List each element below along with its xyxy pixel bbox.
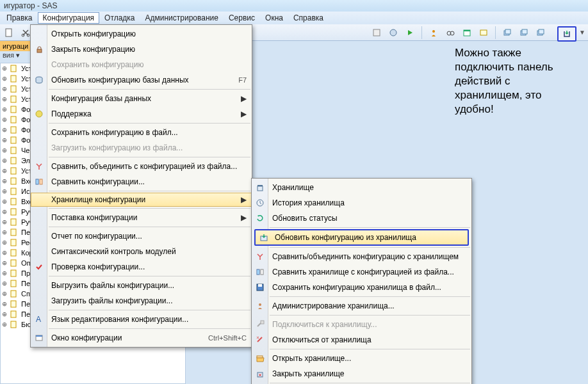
submenu-item[interactable]: Администрирование хранилища... bbox=[252, 298, 471, 314]
menu-item-label: Синтаксический контроль модулей bbox=[51, 247, 247, 256]
menu-item[interactable]: Открыть конфигурацию bbox=[31, 26, 252, 42]
update-icon bbox=[259, 232, 269, 243]
tool-icon[interactable] bbox=[387, 26, 400, 39]
check-icon bbox=[34, 262, 44, 272]
submenu-item[interactable]: Сравнить хранилище с конфигурацией из фа… bbox=[252, 264, 471, 280]
window-icon[interactable] bbox=[477, 26, 490, 39]
submenu-item: Подключиться к хранилищу... bbox=[252, 317, 471, 332]
submenu-item[interactable]: Сохранить конфигурацию хранилища в файл.… bbox=[252, 280, 471, 295]
menu-item-label: Загрузить файлы конфигурации... bbox=[51, 296, 247, 305]
calendar-icon[interactable] bbox=[461, 26, 473, 39]
binoc-icon[interactable] bbox=[444, 26, 457, 39]
menu-item[interactable]: Синтаксический контроль модулей bbox=[31, 244, 252, 259]
menubar-item[interactable]: Администрирование bbox=[140, 12, 224, 24]
menu-item-label: Закрыть конфигурацию bbox=[51, 45, 247, 54]
svg-rect-58 bbox=[258, 284, 262, 287]
svg-rect-21 bbox=[11, 106, 16, 113]
svg-point-59 bbox=[259, 303, 261, 306]
submenu-item[interactable]: Открыть хранилище... bbox=[252, 351, 471, 366]
menubar-item[interactable]: Конфигурация bbox=[38, 12, 100, 24]
svg-rect-39 bbox=[11, 291, 16, 297]
tool-icon[interactable] bbox=[370, 26, 383, 39]
stack-icon[interactable] bbox=[534, 26, 547, 39]
window-titlebar: игуратор - SAS bbox=[0, 0, 588, 12]
menubar-item[interactable]: Правка bbox=[1, 12, 38, 24]
svg-rect-3 bbox=[373, 29, 380, 36]
menu-item[interactable]: Поддержка▶ bbox=[31, 106, 252, 122]
svg-rect-10 bbox=[480, 30, 487, 35]
doc-icon bbox=[10, 228, 19, 237]
menu-item-label: Выгрузить файлы конфигурации... bbox=[51, 281, 247, 290]
menu-item[interactable]: Сравнить конфигурации... bbox=[31, 174, 252, 189]
svg-rect-29 bbox=[11, 188, 16, 195]
menubar-item[interactable]: Окна bbox=[260, 12, 288, 24]
menubar-item[interactable]: Сервис bbox=[224, 12, 260, 24]
chevron-right-icon: ▶ bbox=[241, 213, 247, 222]
win-icon bbox=[34, 333, 44, 343]
merge-icon bbox=[255, 252, 265, 262]
svg-rect-18 bbox=[11, 76, 16, 82]
person-icon[interactable] bbox=[427, 26, 440, 39]
submenu-item[interactable]: Отключиться от хранилища bbox=[252, 332, 471, 348]
menu-item-label: Сохранить конфигурацию bbox=[51, 60, 247, 69]
menu-item[interactable]: Конфигурация базы данных▶ bbox=[31, 91, 252, 106]
submenu-item-label: Подключиться к хранилищу... bbox=[272, 320, 466, 329]
submenu-item-label: Администрирование хранилища... bbox=[272, 301, 466, 310]
doc-icon bbox=[10, 279, 19, 288]
menu-item[interactable]: Поставка конфигурации▶ bbox=[31, 210, 252, 225]
submenu-item[interactable]: Закрыть хранилище bbox=[252, 366, 471, 381]
svg-rect-28 bbox=[11, 178, 16, 184]
svg-rect-30 bbox=[11, 198, 16, 205]
run-icon[interactable] bbox=[404, 26, 416, 39]
submenu-item[interactable]: Обновить статусы bbox=[252, 211, 471, 226]
storage-submenu: ХранилищеИстория хранилищаОбновить стату… bbox=[251, 178, 472, 384]
db-icon bbox=[34, 75, 44, 85]
svg-point-4 bbox=[390, 29, 396, 36]
doc-icon bbox=[10, 238, 19, 247]
svg-rect-47 bbox=[40, 179, 42, 184]
menu-item-label: Проверка конфигурации... bbox=[51, 262, 247, 271]
doc-icon bbox=[10, 289, 19, 298]
menubar-item[interactable]: Отладка bbox=[99, 12, 140, 24]
storage-toolbar-button[interactable] bbox=[557, 26, 576, 42]
menu-item[interactable]: Обновить конфигурацию базы данныхF7 bbox=[31, 72, 252, 88]
submenu-item[interactable]: Обновить конфигурацию из хранилища bbox=[256, 230, 468, 244]
svg-rect-46 bbox=[36, 179, 38, 184]
menu-item-label: Поставка конфигурации bbox=[51, 213, 237, 222]
svg-rect-36 bbox=[11, 260, 16, 266]
menu-item[interactable]: Хранилище конфигурации▶ bbox=[31, 193, 252, 207]
window-title: игуратор - SAS bbox=[4, 1, 57, 10]
chevron-right-icon: ▶ bbox=[241, 109, 247, 118]
submenu-item-label: Сравнить хранилище с конфигурацией из фа… bbox=[272, 268, 466, 276]
submenu-item[interactable]: История хранилища bbox=[252, 195, 471, 211]
menu-item-label: Отчет по конфигурации... bbox=[51, 232, 247, 241]
svg-rect-14 bbox=[522, 29, 527, 34]
menu-item[interactable]: Сравнить, объединить с конфигурацией из … bbox=[31, 159, 252, 174]
svg-rect-0 bbox=[6, 29, 12, 36]
menu-item[interactable]: Окно конфигурацииCtrl+Shift+C bbox=[31, 330, 252, 346]
svg-rect-50 bbox=[36, 335, 42, 337]
submenu-item[interactable]: Хранилище bbox=[252, 180, 471, 195]
menu-item[interactable]: AЯзык редактирования конфигурации... bbox=[31, 312, 252, 327]
menubar-item[interactable]: Справка bbox=[288, 12, 329, 24]
menu-item[interactable]: Проверка конфигурации... bbox=[31, 259, 252, 275]
menubar: ПравкаКонфигурацияОтладкаАдминистрирован… bbox=[0, 12, 588, 24]
doc-icon bbox=[10, 115, 19, 124]
menu-item[interactable]: Сохранить конфигурацию в файл... bbox=[31, 125, 252, 140]
svg-rect-19 bbox=[11, 86, 16, 92]
stack-icon[interactable] bbox=[501, 26, 514, 39]
menu-item[interactable]: Загрузить файлы конфигурации... bbox=[31, 293, 252, 308]
submenu-item-label: Закрыть хранилище bbox=[272, 369, 466, 378]
panel-sub[interactable]: вия ▾ bbox=[0, 51, 20, 60]
menu-item-label: Окно конфигурации bbox=[51, 333, 208, 342]
stack-icon[interactable] bbox=[518, 26, 530, 39]
menu-item[interactable]: Закрыть конфигурацию bbox=[31, 42, 252, 57]
support-icon bbox=[34, 109, 44, 119]
compare-icon bbox=[34, 177, 44, 187]
submenu-item-label: Сравнить/объединить конфигурацию с храни… bbox=[272, 252, 466, 261]
submenu-item[interactable]: Сравнить/объединить конфигурацию с храни… bbox=[252, 249, 471, 264]
doc-icon[interactable] bbox=[3, 26, 15, 39]
open-icon bbox=[255, 353, 265, 364]
menu-item[interactable]: Отчет по конфигурации... bbox=[31, 228, 252, 244]
menu-item[interactable]: Выгрузить файлы конфигурации... bbox=[31, 278, 252, 293]
